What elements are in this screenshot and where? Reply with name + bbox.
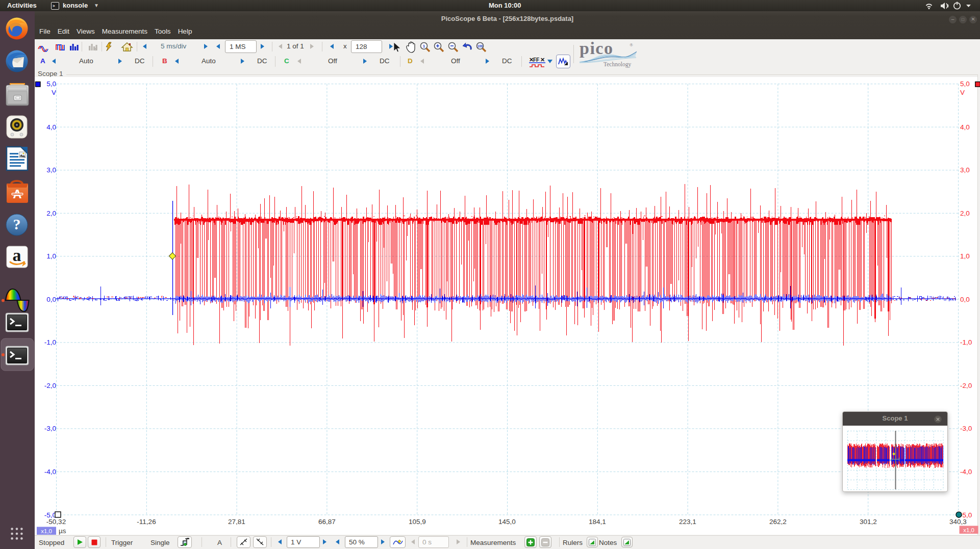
svg-text:a: a: [13, 246, 21, 265]
svg-text:>: >: [53, 4, 55, 8]
svg-text:?: ?: [13, 216, 21, 232]
